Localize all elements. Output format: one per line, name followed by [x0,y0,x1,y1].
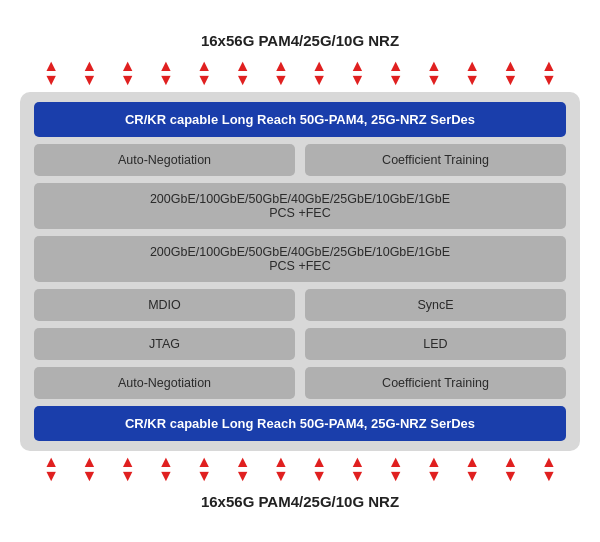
top-arrow-8: ▲▼ [311,59,327,88]
top-arrow-11: ▲▼ [426,59,442,88]
bot-arrow-2: ▲▼ [82,455,98,484]
top-arrow-14: ▲▼ [541,59,557,88]
row-jtag-led: JTAG LED [34,328,566,360]
top-label: 16x56G PAM4/25G/10G NRZ [201,32,399,49]
led-box: LED [305,328,566,360]
bot-arrow-11: ▲▼ [426,455,442,484]
bot-arrow-7: ▲▼ [273,455,289,484]
top-arrow-2: ▲▼ [82,59,98,88]
bot-arrow-6: ▲▼ [235,455,251,484]
bot-arrow-13: ▲▼ [503,455,519,484]
top-arrow-12: ▲▼ [464,59,480,88]
coefficient-training-box-1: Coefficient Training [305,144,566,176]
bot-arrow-10: ▲▼ [388,455,404,484]
auto-negotiation-box-2: Auto-Negotiation [34,367,295,399]
top-arrow-6: ▲▼ [235,59,251,88]
row-auto-neg-coeff-1: Auto-Negotiation Coefficient Training [34,144,566,176]
bot-arrow-9: ▲▼ [349,455,365,484]
bot-arrow-1: ▲▼ [43,455,59,484]
bot-arrow-5: ▲▼ [196,455,212,484]
top-arrow-10: ▲▼ [388,59,404,88]
main-block: CR/KR capable Long Reach 50G-PAM4, 25G-N… [20,92,580,451]
top-arrow-5: ▲▼ [196,59,212,88]
bot-arrow-4: ▲▼ [158,455,174,484]
jtag-box: JTAG [34,328,295,360]
top-arrow-9: ▲▼ [349,59,365,88]
coefficient-training-box-2: Coefficient Training [305,367,566,399]
bot-arrow-12: ▲▼ [464,455,480,484]
top-arrow-3: ▲▼ [120,59,136,88]
auto-negotiation-box-1: Auto-Negotiation [34,144,295,176]
blue-bar-top: CR/KR capable Long Reach 50G-PAM4, 25G-N… [34,102,566,137]
diagram-container: 16x56G PAM4/25G/10G NRZ ▲▼ ▲▼ ▲▼ ▲▼ ▲▼ ▲… [20,26,580,517]
blue-bar-bottom: CR/KR capable Long Reach 50G-PAM4, 25G-N… [34,406,566,441]
top-arrows-row: ▲▼ ▲▼ ▲▼ ▲▼ ▲▼ ▲▼ ▲▼ ▲▼ ▲▼ ▲▼ ▲▼ ▲▼ ▲▼ ▲… [20,55,580,92]
row-auto-neg-coeff-2: Auto-Negotiation Coefficient Training [34,367,566,399]
top-arrow-13: ▲▼ [503,59,519,88]
bottom-label: 16x56G PAM4/25G/10G NRZ [201,493,399,510]
pcs-fec-box-1: 200GbE/100GbE/50GbE/40GbE/25GbE/10GbE/1G… [34,183,566,229]
bottom-arrows-row: ▲▼ ▲▼ ▲▼ ▲▼ ▲▼ ▲▼ ▲▼ ▲▼ ▲▼ ▲▼ ▲▼ ▲▼ ▲▼ ▲… [20,451,580,488]
bot-arrow-3: ▲▼ [120,455,136,484]
bot-arrow-14: ▲▼ [541,455,557,484]
pcs-fec-box-2: 200GbE/100GbE/50GbE/40GbE/25GbE/10GbE/1G… [34,236,566,282]
top-arrow-7: ▲▼ [273,59,289,88]
top-arrow-4: ▲▼ [158,59,174,88]
synce-box: SyncE [305,289,566,321]
row-mdio-synce: MDIO SyncE [34,289,566,321]
top-arrow-1: ▲▼ [43,59,59,88]
mdio-box: MDIO [34,289,295,321]
bot-arrow-8: ▲▼ [311,455,327,484]
